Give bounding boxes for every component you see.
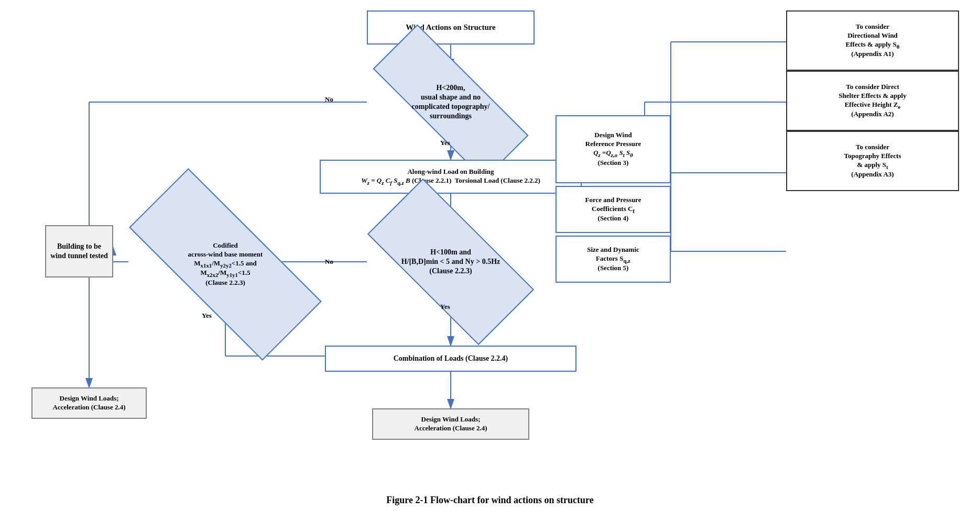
right1-text: To considerDirectional WindEffects & app… [846,23,900,59]
diamond1-text: H<200m,usual shape and nocomplicated top… [409,81,493,124]
figure-caption: Figure 2-1 Flow-chart for wind actions o… [0,487,980,511]
diamond2: H<100m andH/[B,D]min < 5 and Ny > 0.5Hz(… [372,223,529,301]
design-wind-ref-box: Design WindReference PressureQz =Qz,o St… [556,115,671,183]
diamond1-yes-label: Yes [440,139,450,147]
wind-tunnel-box: Building to be wind tunnel tested [45,225,113,277]
design-loads-left-text: Design Wind Loads;Acceleration (Clause 2… [53,394,126,412]
diamond1-no-label: No [325,95,333,104]
design-loads-left-box: Design Wind Loads;Acceleration (Clause 2… [31,387,147,419]
design-loads-right-text: Design Wind Loads;Acceleration (Clause 2… [415,415,487,433]
size-dynamic-box: Size and DynamicFactors Sq,z(Section 5) [556,236,671,283]
force-pressure-box: Force and PressureCoefficients Cf(Sectio… [556,186,671,233]
combination-box: Combination of Loads (Clause 2.2.4) [325,346,576,372]
wind-tunnel-text: Building to be wind tunnel tested [50,242,108,261]
diamond2-no-label: No [325,258,333,266]
size-dynamic-text: Size and DynamicFactors Sq,z(Section 5) [587,246,639,273]
force-pressure-text: Force and PressureCoefficients Cf(Sectio… [585,196,641,223]
right2-text: To consider DirectShelter Effects & appl… [839,83,906,119]
combination-text: Combination of Loads (Clause 2.2.4) [394,354,508,363]
diamond3: Codifiedacross-wind base momentMx1x1/My2… [131,223,320,306]
right3-text: To considerTopography Effects& apply St(… [844,143,901,179]
along-wind-box: Along-wind Load on Building Wz = Qz Cf S… [320,160,582,194]
diamond1: H<200m,usual shape and nocomplicated top… [372,71,529,134]
right-box-2: To consider DirectShelter Effects & appl… [786,71,959,131]
diamond3-wrapper: Codifiedacross-wind base momentMx1x1/My2… [128,220,322,309]
diamond2-wrapper: H<100m andH/[B,D]min < 5 and Ny > 0.5Hz(… [367,220,535,304]
design-wind-ref-text: Design WindReference PressureQz =Qz,o St… [585,131,641,167]
figure-caption-text: Figure 2-1 Flow-chart for wind actions o… [386,495,593,505]
diamond1-wrapper: H<200m,usual shape and nocomplicated top… [367,68,535,136]
along-wind-text: Along-wind Load on Building Wz = Qz Cf S… [361,168,540,186]
diamond2-text: H<100m andH/[B,D]min < 5 and Ny > 0.5Hz(… [399,245,503,279]
right-box-1: To considerDirectional WindEffects & app… [786,10,959,71]
diamond2-yes-label: Yes [440,303,450,311]
flowchart-diagram: Wind Actions on Structure H<200m,usual s… [0,0,980,482]
right-box-3: To considerTopography Effects& apply St(… [786,131,959,191]
diamond3-yes-label: Yes [202,312,212,320]
start-box: Wind Actions on Structure [367,10,535,45]
design-loads-right-box: Design Wind Loads;Acceleration (Clause 2… [372,408,529,440]
diamond3-text: Codifiedacross-wind base momentMx1x1/My2… [186,239,266,290]
